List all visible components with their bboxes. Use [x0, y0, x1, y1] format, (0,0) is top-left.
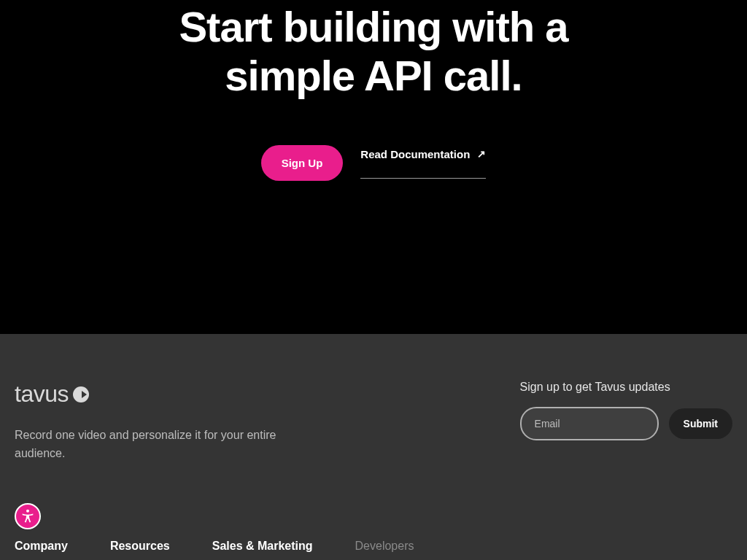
nav-resources[interactable]: Resources	[110, 540, 170, 553]
read-documentation-link[interactable]: Read Documentation ↗	[360, 148, 486, 179]
tagline: Record one video and personalize it for …	[15, 427, 277, 463]
signup-button[interactable]: Sign Up	[261, 145, 344, 181]
svg-point-0	[26, 510, 29, 513]
accessibility-icon	[20, 508, 36, 524]
footer-right: Sign up to get Tavus updates Submit	[520, 381, 732, 440]
logo[interactable]: tavus	[15, 381, 277, 408]
hero-heading-line2: simple API call.	[225, 52, 522, 99]
nav-developers[interactable]: Developers	[355, 540, 414, 553]
footer: tavus Record one video and personalize i…	[0, 334, 747, 560]
accessibility-button[interactable]	[15, 503, 41, 529]
hero-heading-line1: Start building with a	[179, 3, 568, 50]
arrow-up-right-icon: ↗	[477, 148, 486, 160]
hero-section: Start building with a simple API call. S…	[0, 0, 747, 334]
footer-top: tavus Record one video and personalize i…	[15, 381, 732, 463]
logo-play-icon	[73, 386, 89, 402]
email-field[interactable]	[520, 407, 659, 440]
nav-company[interactable]: Company	[15, 540, 68, 553]
cta-row: Sign Up Read Documentation ↗	[261, 145, 487, 181]
link-underline	[360, 178, 486, 179]
footer-nav: Company Resources Sales & Marketing Deve…	[15, 540, 414, 553]
newsletter-form: Submit	[520, 407, 732, 440]
nav-sales-marketing[interactable]: Sales & Marketing	[212, 540, 313, 553]
read-documentation-label: Read Documentation	[360, 148, 470, 160]
submit-button[interactable]: Submit	[669, 408, 732, 439]
hero-heading: Start building with a simple API call.	[179, 3, 568, 100]
footer-left: tavus Record one video and personalize i…	[15, 381, 277, 463]
newsletter-label: Sign up to get Tavus updates	[520, 381, 732, 394]
logo-text: tavus	[15, 381, 69, 408]
